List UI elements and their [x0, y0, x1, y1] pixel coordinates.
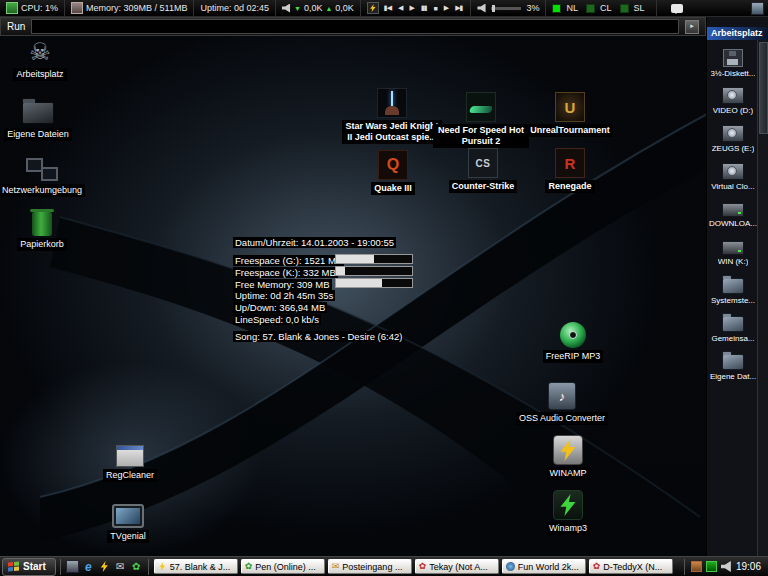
media-play-button[interactable]: ▶ [407, 4, 415, 12]
winamp-quicklaunch-icon[interactable] [98, 560, 111, 573]
volume-section: 3% [471, 0, 546, 16]
free-memory-line: Free Memory: 309 MB [233, 279, 332, 290]
media-pause-button[interactable]: ▮▮ [419, 4, 429, 12]
chat-bubble-icon[interactable] [671, 4, 683, 13]
shared-folder-icon [722, 316, 744, 332]
desktop-icon-tvgenial[interactable]: TVgenial [88, 498, 168, 543]
mail-quicklaunch-icon[interactable]: ✉ [114, 560, 127, 573]
winamp-icon [367, 2, 379, 14]
volume-slider[interactable] [491, 7, 521, 10]
computer-skull-icon: ☠ [29, 36, 51, 66]
desktop-icon-freerip[interactable]: FreeRIP MP3 [533, 318, 613, 363]
sidebar-item-virtual-clone[interactable]: Virtual Clo... [707, 158, 759, 196]
toolbar-corner-icon[interactable] [751, 2, 764, 15]
icon-label: Eigene Dateien [4, 128, 72, 141]
tray-volume-icon[interactable] [721, 561, 732, 572]
ut-logo-icon: U [555, 92, 585, 122]
task-button-pen-online[interactable]: ✿ Pen (Online) ... [241, 559, 325, 574]
media-prev-button[interactable]: ▮◀ [382, 4, 393, 12]
icq-quicklaunch-icon[interactable]: ✿ [130, 560, 143, 573]
scrolllock-indicator [620, 4, 629, 13]
tray-app-icon[interactable] [691, 561, 702, 572]
desktop-icon-unrealtournament[interactable]: U UnrealTournament [522, 92, 618, 137]
uptime-line: Uptime: 0d 2h 45m 35s [233, 290, 335, 301]
internet-explorer-icon[interactable]: e [82, 560, 95, 573]
icon-label: Arbeitsplatz [13, 68, 66, 81]
desktop-icon-renegade[interactable]: R Renegade [530, 148, 610, 193]
lightsaber-icon [377, 88, 407, 118]
system-info-overlay: Datum/Uhrzeit: 14.01.2003 - 19:00:55 Fre… [233, 236, 413, 342]
show-desktop-icon[interactable] [66, 560, 79, 573]
sidebar-item-systemsteuerung[interactable]: Systemste... [707, 272, 759, 310]
desktop-icon-winamp[interactable]: WINAMP [528, 435, 608, 480]
desktop-icon-oss-audio-converter[interactable]: ♪ OSS Audio Converter [512, 380, 612, 425]
start-label: Start [23, 561, 46, 572]
desktop-icon-arbeitsplatz[interactable]: ☠ Arbeitsplatz [0, 36, 80, 81]
desktop-icon-netzwerkumgebung[interactable]: Netzwerkumgebung [0, 152, 90, 197]
desktop-icon-nfs-hot-pursuit[interactable]: Need For Speed Hot Pursuit 2 [433, 92, 529, 148]
icon-label: Star Wars Jedi Knight II Jedi Outcast sp… [342, 120, 442, 144]
tray-network-icon[interactable] [706, 561, 717, 572]
run-go-button[interactable]: ▸ [685, 20, 699, 34]
sidebar-item-video-d[interactable]: VIDEO (D:) [707, 82, 759, 120]
download-arrow-icon: ▼ [294, 5, 301, 12]
volume-speaker-icon [477, 4, 486, 13]
inbox-envelope-icon: ✉ [332, 562, 340, 571]
desktop-icon-counter-strike[interactable]: CS Counter-Strike [443, 148, 523, 193]
uptime-section: Uptime: 0d 02:45 [194, 0, 276, 16]
scrolllock-label: SL [634, 3, 645, 13]
run-input[interactable] [31, 19, 679, 34]
sidebar-item-download[interactable]: DOWNLOA... [707, 196, 759, 234]
desktop-icon-winamp3[interactable]: Winamp3 [528, 490, 608, 535]
task-button-fun-world[interactable]: Fun World 2k... [502, 559, 586, 574]
media-rewind-button[interactable]: ◀ [396, 4, 404, 12]
floppy-drive-icon [723, 49, 743, 67]
folder-icon [22, 96, 54, 126]
sidebar-item-zeugs-e[interactable]: ZEUGS (E:) [707, 120, 759, 158]
capslock-indicator [586, 4, 595, 13]
desktop-icon-quake3[interactable]: Q Quake III [353, 150, 433, 195]
sidebar-scrollbar[interactable] [757, 40, 768, 556]
taskbar: Start e ✉ ✿ 57. Blank & J... ✿ Pen (Onli… [0, 556, 768, 576]
icon-label: OSS Audio Converter [516, 412, 608, 425]
task-button-posteingang[interactable]: ✉ Posteingang ... [328, 559, 412, 574]
desktop-icon-papierkorb[interactable]: Papierkorb [2, 206, 82, 251]
task-button-winamp-song[interactable]: 57. Blank & J... [154, 559, 238, 574]
media-stop-button[interactable]: ■ [432, 5, 439, 12]
task-buttons: 57. Blank & J... ✿ Pen (Online) ... ✉ Po… [154, 559, 673, 574]
icon-label: RegCleaner [103, 469, 157, 482]
icon-label: Renegade [545, 180, 594, 193]
media-next-button[interactable]: ▶▮ [453, 4, 464, 12]
task-button-d-teddyx[interactable]: ✿ D-TeddyX (N... [589, 559, 673, 574]
linespeed-line: LineSpeed: 0,0 kb/s [233, 314, 321, 325]
lock-keys-section: NL CL SL [546, 0, 656, 16]
cpu-icon [6, 2, 18, 14]
task-button-tekay[interactable]: ✿ Tekay (Not A... [415, 559, 499, 574]
capslock-label: CL [600, 3, 612, 13]
tray-clock[interactable]: 19:06 [736, 561, 761, 572]
datetime-line: Datum/Uhrzeit: 14.01.2003 - 19:00:55 [233, 237, 396, 248]
upload-arrow-icon: ▲ [325, 5, 332, 12]
sidebar-item-gemeinsame-dokumente[interactable]: Gemeinsa... [707, 310, 759, 348]
sidebar-scrollbar-thumb[interactable] [759, 42, 768, 134]
globe-icon [506, 562, 515, 571]
race-car-icon [466, 92, 496, 122]
free-memory-bar [335, 278, 413, 288]
freespace-k-bar-fill [336, 267, 345, 275]
freespace-g-bar [335, 254, 413, 264]
volume-slider-thumb[interactable] [492, 5, 495, 12]
virtual-cd-drive-icon [722, 163, 744, 180]
desktop-icon-regcleaner[interactable]: RegCleaner [90, 437, 170, 482]
sidebar-item-win-k[interactable]: WIN (K:) [707, 234, 759, 272]
winamp-task-icon [158, 562, 167, 571]
sidebar-item-floppy-a[interactable]: 3½-Diskett... [707, 44, 759, 82]
run-deskband: Run ▸ [0, 17, 706, 36]
desktop-icon-jedi-knight[interactable]: Star Wars Jedi Knight II Jedi Outcast sp… [342, 88, 442, 144]
start-button[interactable]: Start [2, 558, 56, 576]
desktop-icon-eigene-dateien[interactable]: Eigene Dateien [0, 96, 76, 141]
media-forward-button[interactable]: ▶ [442, 4, 450, 12]
net-up-value: 0,0K [335, 3, 354, 13]
cd-drive-icon [722, 87, 744, 104]
sidebar-item-eigene-dateien[interactable]: Eigene Dat... [707, 348, 759, 386]
icon-label: TVgenial [107, 530, 149, 543]
